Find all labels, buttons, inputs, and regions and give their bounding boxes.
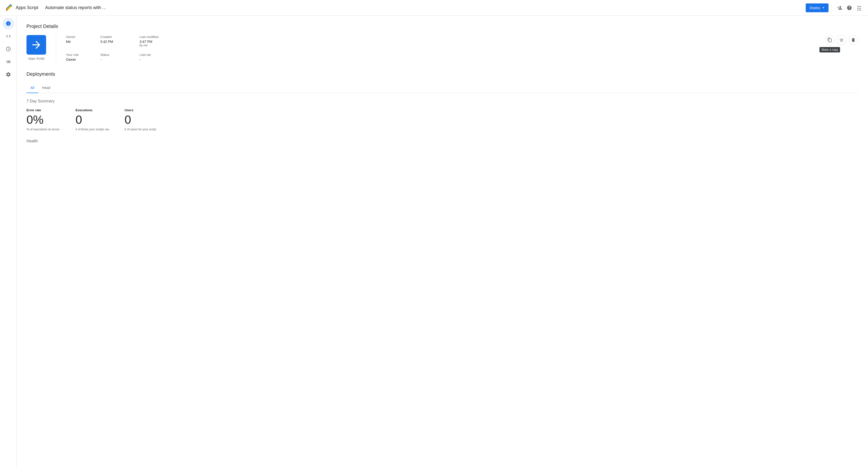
deploy-chevron: ▼ bbox=[822, 6, 825, 9]
users-label: Users bbox=[125, 108, 174, 112]
apps-grid-icon bbox=[857, 5, 862, 10]
status-label: Status bbox=[100, 53, 140, 57]
app-header: Apps Script Automate status reports with… bbox=[0, 0, 868, 16]
app-name-label: Apps Script bbox=[16, 5, 38, 10]
settings-icon bbox=[6, 72, 11, 77]
project-actions: Make a copy bbox=[825, 35, 858, 45]
sidebar bbox=[0, 16, 17, 469]
last-ran-label: Last ran bbox=[140, 53, 189, 57]
delete-button[interactable] bbox=[848, 35, 858, 45]
error-rate-label: Error rate bbox=[27, 108, 75, 112]
copy-button[interactable]: Make a copy bbox=[825, 35, 835, 45]
delete-icon bbox=[851, 37, 856, 42]
last-ran-meta: Last ran - bbox=[140, 53, 189, 62]
seven-day-summary: 7 Day Summary Error rate 0% % of executi… bbox=[27, 99, 858, 131]
stat-users: Users 0 # of users for your script bbox=[125, 108, 174, 131]
executions-desc: # of times your scripts ran bbox=[75, 128, 125, 131]
apps-grid-button[interactable] bbox=[854, 3, 864, 13]
stat-executions: Executions 0 # of times your scripts ran bbox=[75, 108, 125, 131]
error-rate-value: 0% bbox=[27, 114, 75, 126]
apps-script-logo bbox=[4, 3, 14, 13]
created-label: Created bbox=[100, 35, 140, 39]
sidebar-item-executions[interactable] bbox=[2, 56, 14, 68]
add-person-icon bbox=[837, 5, 842, 10]
logo-area: Apps Script bbox=[4, 3, 38, 13]
triggers-icon bbox=[6, 46, 11, 52]
created-meta: Created 3:42 PM bbox=[100, 35, 140, 47]
editor-icon bbox=[6, 34, 11, 39]
star-icon bbox=[839, 37, 844, 42]
deployments-title: Deployments bbox=[27, 71, 858, 77]
deployments-tabs: All Head bbox=[27, 83, 858, 93]
executions-value: 0 bbox=[75, 114, 125, 126]
owner-meta: Owner Me bbox=[66, 35, 100, 47]
summary-title: 7 Day Summary bbox=[27, 99, 858, 103]
sidebar-item-triggers[interactable] bbox=[2, 43, 14, 55]
your-role-meta: Your role Owner bbox=[66, 53, 100, 62]
status-meta: Status - bbox=[100, 53, 140, 62]
last-modified-by: by me bbox=[140, 44, 189, 47]
status-value: - bbox=[100, 58, 140, 62]
last-modified-meta: Last modified 3:47 PM by me bbox=[140, 35, 189, 47]
project-meta: Owner Me Created 3:42 PM Last modified 3… bbox=[66, 35, 189, 62]
users-desc: # of users for your script bbox=[125, 128, 174, 131]
health-title: Health bbox=[27, 139, 858, 143]
sidebar-item-info[interactable] bbox=[2, 18, 14, 29]
project-icon-area: Apps Script bbox=[27, 35, 56, 60]
error-rate-desc: % of executions w/ errors bbox=[27, 128, 75, 131]
help-icon bbox=[847, 5, 852, 10]
copy-tooltip: Make a copy bbox=[819, 47, 840, 53]
stat-error-rate: Error rate 0% % of executions w/ errors bbox=[27, 108, 75, 131]
stats-grid: Error rate 0% % of executions w/ errors … bbox=[27, 108, 858, 131]
executions-icon bbox=[6, 59, 11, 64]
last-modified-label: Last modified bbox=[140, 35, 189, 39]
copy-icon bbox=[827, 37, 832, 42]
project-icon-label: Apps Script bbox=[28, 57, 44, 60]
tab-all[interactable]: All bbox=[27, 83, 38, 93]
project-details-title: Project Details bbox=[27, 24, 858, 29]
last-modified-value: 3:47 PM bbox=[140, 40, 189, 44]
users-value: 0 bbox=[125, 114, 174, 126]
sidebar-item-editor[interactable] bbox=[2, 30, 14, 42]
created-value: 3:42 PM bbox=[100, 40, 140, 44]
main-content: Project Details Apps Script Owner Me bbox=[17, 16, 868, 469]
project-details-content: Apps Script Owner Me Created 3:42 PM Las… bbox=[27, 35, 858, 62]
owner-value: Me bbox=[66, 40, 100, 44]
star-button[interactable] bbox=[837, 35, 846, 45]
help-button[interactable] bbox=[844, 3, 854, 13]
deploy-button[interactable]: Deploy ▼ bbox=[806, 3, 829, 12]
project-details-section: Project Details Apps Script Owner Me bbox=[27, 24, 858, 62]
project-title: Automate status reports with ... bbox=[45, 5, 106, 10]
tab-head[interactable]: Head bbox=[38, 83, 54, 93]
project-icon bbox=[27, 35, 46, 55]
your-role-label: Your role bbox=[66, 53, 100, 57]
your-role-value: Owner bbox=[66, 58, 100, 62]
owner-label: Owner bbox=[66, 35, 100, 39]
info-icon bbox=[6, 21, 11, 26]
executions-label: Executions bbox=[75, 108, 125, 112]
add-user-button[interactable] bbox=[835, 3, 844, 13]
deployments-section: Deployments All Head 7 Day Summary Error… bbox=[27, 71, 858, 143]
arrow-right-icon bbox=[30, 39, 42, 51]
last-ran-value: - bbox=[140, 58, 189, 62]
sidebar-item-settings[interactable] bbox=[2, 69, 14, 80]
